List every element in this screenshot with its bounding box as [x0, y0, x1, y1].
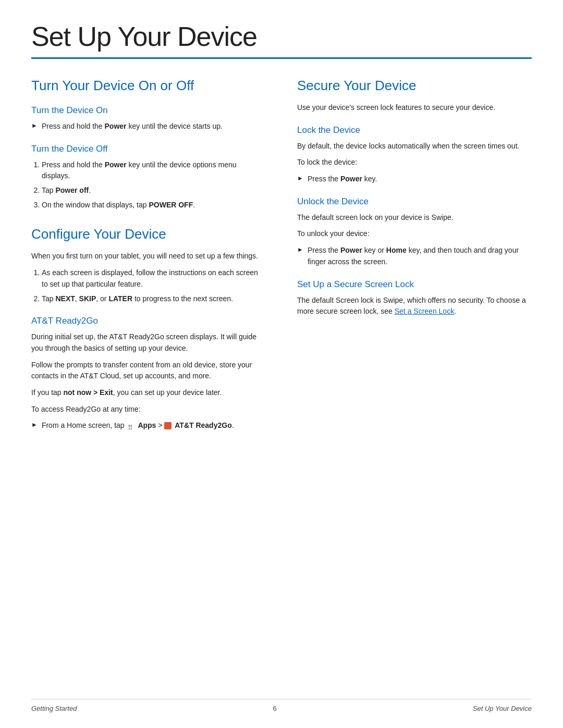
bullet-arrow-icon: ► [31, 122, 38, 129]
footer-left: Getting Started [31, 705, 77, 712]
bullet-arrow-icon-3: ► [297, 175, 303, 182]
main-content: Turn Your Device On or Off Turn the Devi… [31, 78, 532, 436]
left-column: Turn Your Device On or Off Turn the Devi… [31, 78, 266, 436]
lock-para2: To lock the device: [297, 157, 532, 168]
title-divider [31, 57, 532, 59]
right-column: Secure Your Device Use your device's scr… [297, 78, 532, 436]
section-secure-heading: Secure Your Device [297, 78, 532, 94]
page-footer: Getting Started 6 Set Up Your Device [31, 699, 532, 712]
unlock-bullet: ► Press the Power key or Home key, and t… [297, 245, 532, 267]
page: Set Up Your Device Turn Your Device On o… [0, 0, 563, 728]
set-screen-lock-link[interactable]: Set a Screen Lock [395, 307, 454, 315]
apps-icon [128, 422, 135, 429]
screen-lock-para: The default Screen lock is Swipe, which … [297, 295, 532, 317]
section-turn-device-heading: Turn Your Device On or Off [31, 78, 266, 94]
turn-off-item-1: Press and hold the Power key until the d… [42, 159, 266, 182]
footer-page-number: 6 [273, 705, 277, 712]
subsection-att-ready2go-heading: AT&T Ready2Go [31, 316, 266, 326]
subsection-turn-on-heading: Turn the Device On [31, 105, 266, 116]
lock-para1: By default, the device locks automatical… [297, 141, 532, 152]
att-app-icon [164, 422, 172, 429]
turn-off-item-3: On the window that displays, tap POWER O… [42, 200, 266, 211]
bullet-arrow-icon-4: ► [297, 246, 303, 253]
lock-bullet: ► Press the Power key. [297, 174, 532, 185]
att-ready2go-para2: Follow the prompts to transfer content f… [31, 360, 266, 382]
lock-bullet-text: Press the Power key. [308, 174, 377, 185]
unlock-bullet-text: Press the Power key or Home key, and the… [308, 245, 532, 267]
unlock-para1: The default screen lock on your device i… [297, 212, 532, 224]
unlock-para2: To unlock your device: [297, 228, 532, 240]
bullet-arrow-icon-2: ► [31, 421, 38, 428]
configure-item-1: As each screen is displayed, follow the … [42, 267, 266, 290]
secure-intro: Use your device's screen lock features t… [297, 102, 532, 114]
turn-off-item-2: Tap Power off. [42, 185, 266, 196]
turn-on-bullet: ► Press and hold the Power key until the… [31, 121, 266, 132]
page-title: Set Up Your Device [31, 21, 532, 52]
subsection-turn-off-heading: Turn the Device Off [31, 144, 266, 154]
footer-right: Set Up Your Device [473, 705, 532, 712]
turn-off-list: Press and hold the Power key until the d… [42, 159, 266, 211]
subsection-lock-heading: Lock the Device [297, 125, 532, 135]
screen-lock-para-end: . [454, 307, 456, 315]
configure-list: As each screen is displayed, follow the … [42, 267, 266, 304]
turn-on-bullet-text: Press and hold the Power key until the d… [42, 121, 223, 132]
configure-intro: When you first turn on your tablet, you … [31, 251, 266, 262]
subsection-screen-lock-heading: Set Up a Secure Screen Lock [297, 279, 532, 290]
section-configure-heading: Configure Your Device [31, 226, 266, 242]
att-ready2go-para4: To access Ready2Go at any time: [31, 404, 266, 415]
subsection-unlock-heading: Unlock the Device [297, 196, 532, 207]
configure-item-2: Tap NEXT, SKIP, or LATER to progress to … [42, 293, 266, 305]
att-ready2go-para1: During initial set up, the AT&T Ready2Go… [31, 331, 266, 354]
att-ready2go-bullet: ► From a Home screen, tap Apps > AT&T Re… [31, 420, 266, 431]
att-ready2go-bullet-text: From a Home screen, tap Apps > AT&T Read… [42, 420, 234, 431]
att-ready2go-para3: If you tap not now > Exit, you can set u… [31, 387, 266, 399]
